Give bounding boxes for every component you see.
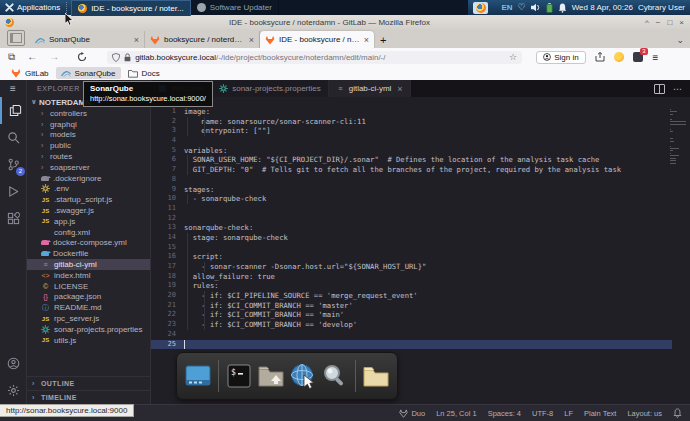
tree-item-license[interactable]: ©LICENSE [27,281,150,292]
back-button[interactable]: ← [21,52,43,62]
search-icon[interactable] [0,124,26,151]
file-manager-icon[interactable] [257,361,285,391]
indent-guide [187,281,188,291]
home-folder-icon[interactable] [362,361,390,391]
sidebar-bottom-sections: ›OUTLINE›TIMELINE [27,376,150,404]
taskbar-window-button[interactable]: Software Updater [191,0,279,15]
line-number: 4 [151,136,180,146]
sign-in-button[interactable]: Sign in [536,51,585,64]
firefox-view-icon[interactable] [7,30,25,46]
editor-tab-gitlab-ci-yml[interactable]: ≡gitlab-ci-yml× [329,80,411,97]
tab-close-icon[interactable]: × [364,35,369,45]
more-actions-icon[interactable]: ⋯ [673,84,682,94]
hamburger-menu-icon[interactable]: ≡ [653,52,659,63]
tree-item-readme-md[interactable]: ⓘREADME.md [27,302,150,313]
shade-window-button[interactable]: ^ [645,18,649,27]
extension-icon-2[interactable]: 3 [633,52,643,62]
minimap[interactable] [670,109,686,170]
list-all-tabs-icon[interactable]: ⌄ [676,35,684,45]
network-icon[interactable]: ♡ [518,3,526,12]
tree-item-index-html[interactable]: <>index.html [27,270,150,281]
extension-icon-1[interactable] [614,52,624,62]
account-icon[interactable] [0,350,26,377]
status-item-duo[interactable]: Duo [399,409,425,418]
bookmark-docs[interactable]: Docs [123,68,165,79]
status-item-lf[interactable]: LF [564,409,573,418]
tree-item-docker-compose-yml[interactable]: docker-compose.yml [27,238,150,249]
terminal-icon[interactable]: $ [225,361,253,391]
tree-item-models[interactable]: ›models [27,130,150,141]
tab-close-icon[interactable]: × [249,35,254,45]
url-bar[interactable]: gitlab.booksycure.local/-/ide/project/bo… [107,51,522,64]
tab-close-icon[interactable]: × [134,35,139,45]
web-browser-icon[interactable] [289,361,317,391]
window-titlebar[interactable]: IDE - booksycure / noterdamn - GitLab — … [0,15,690,30]
clock[interactable]: Wed 8 Apr, 00:26 [572,3,633,12]
tree-item-routes[interactable]: ›routes [27,151,150,162]
status-item-spaces-4[interactable]: Spaces: 4 [488,409,521,418]
new-tab-button[interactable]: + [374,34,392,46]
split-editor-icon[interactable] [654,84,665,94]
tree-item--dockerignore[interactable]: .dockerignore [27,173,150,184]
code-editor[interactable]: 1234567891011121314151617181920212223242… [151,107,690,390]
bookmark-gitlab[interactable]: GitLab [6,67,54,79]
reload-button[interactable] [65,52,99,62]
bookmark-star-icon[interactable]: ☆ [509,52,517,62]
tree-item--swagger-js[interactable]: JS.swagger.js [27,205,150,216]
keyboard-layout-indicator[interactable]: EN [501,3,512,12]
browser-tab[interactable]: SonarQube× [30,31,145,48]
tree-item-soapserver[interactable]: ›soapserver [27,162,150,173]
status-item-utf-8[interactable]: UTF-8 [532,409,553,418]
tree-item-rpc-server-js[interactable]: JSrpc_server.js [27,313,150,324]
notification-bell-icon[interactable] [558,3,567,13]
close-window-button[interactable]: × [679,18,684,27]
tree-item--env[interactable]: .env [27,184,150,195]
settings-gear-icon[interactable] [0,377,26,404]
maximize-window-button[interactable]: □ [667,18,672,27]
browser-tab[interactable]: IDE - booksycure / noter× [260,31,374,48]
url-text[interactable]: gitlab.booksycure.local/-/ide/project/bo… [135,53,505,62]
tree-item-controllers[interactable]: ›controllers [27,108,150,119]
battery-icon[interactable] [546,3,553,13]
tree-item-utils-js[interactable]: JSutils.js [27,335,150,346]
bookmark-sonarqube[interactable]: SonarQube [56,67,121,79]
forward-button[interactable]: → [43,52,65,62]
source-control-icon[interactable]: 2 [0,151,26,178]
share-icon[interactable] [595,52,605,62]
explorer-icon[interactable] [0,97,28,124]
tree-item-app-js[interactable]: JSapp.js [27,216,150,227]
tree-item-graphql[interactable]: ›graphql [27,119,150,130]
minimap-line [670,163,676,164]
section-timeline[interactable]: ›TIMELINE [27,390,150,404]
status-item-plain-text[interactable]: Plain Text [584,409,616,418]
show-desktop-icon[interactable] [184,361,212,391]
status-item-ln-25-col-1[interactable]: Ln 25, Col 1 [436,409,476,418]
status-bell-icon[interactable] [673,408,682,418]
app-finder-icon[interactable] [321,361,349,391]
tree-item-gitlab-ci-yml[interactable]: ≡gitlab-ci-yml [27,259,150,270]
tree-item-config-xml[interactable]: config.xml [27,227,150,238]
minimize-window-button[interactable]: − [656,18,661,27]
browser-tab[interactable]: booksycure / noterdamn× [145,31,260,48]
ide-menu-icon[interactable]: ≡ [0,80,26,97]
tree-item-sonar-projects-properties[interactable]: sonar-projects.properties [27,324,150,335]
extensions-icon[interactable] [0,205,26,232]
editor-tab-sonar-projects-properties[interactable]: sonar-projects.properties [212,80,328,97]
taskbar-window-button[interactable]: IDE - booksycure / noter... [71,0,190,16]
tree-item-public[interactable]: ›public [27,140,150,151]
run-debug-icon[interactable] [0,178,26,205]
applications-menu-button[interactable]: Applications [0,0,65,15]
section-outline[interactable]: ›OUTLINE [27,376,150,390]
volume-icon[interactable] [531,3,541,12]
tab-close-icon[interactable]: × [397,84,402,94]
tree-item--startup-script-js[interactable]: JS.startup_script.js [27,194,150,205]
user-menu[interactable]: Cybrary User [638,3,685,12]
tray-firefox-icon[interactable] [473,2,488,14]
status-item-layout-us[interactable]: Layout: us [627,409,662,418]
sidebar-toggle-icon[interactable]: ⧉ [0,52,21,62]
explorer-sidebar: EXPLORER ∨ NOTERDAMN ›controllers›graphq… [27,80,151,404]
tree-item-package-json[interactable]: {}package.json [27,292,150,303]
tracking-shield-icon[interactable] [112,53,120,62]
lock-icon[interactable] [124,53,131,62]
tree-item-dockerfile[interactable]: Dockerfile [27,248,150,259]
